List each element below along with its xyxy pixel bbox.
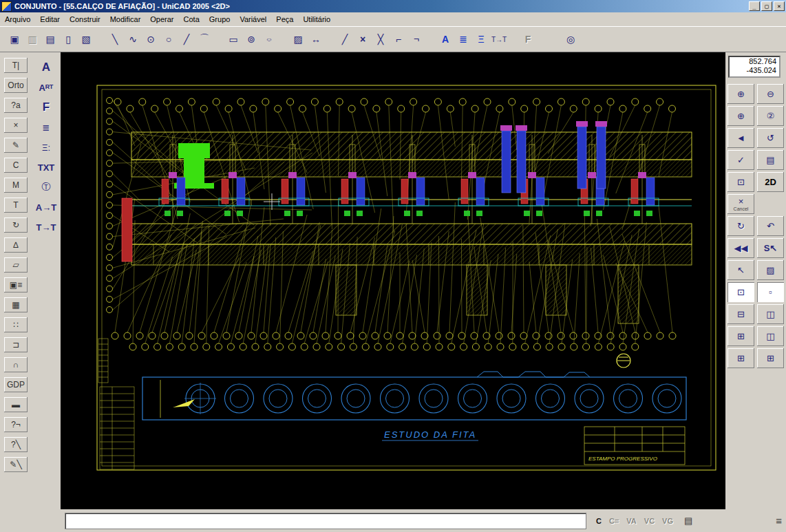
pattern-icon[interactable]: ▣≡: [4, 277, 28, 292]
command-input[interactable]: [65, 513, 586, 529]
sheet-list-icon[interactable]: ▤: [757, 150, 784, 170]
text-cursor-icon[interactable]: T|: [4, 58, 28, 73]
trim-icon[interactable]: ╳: [372, 30, 390, 48]
pen-line-icon[interactable]: ✎╲: [4, 457, 28, 472]
arc-tool-icon[interactable]: ∩: [4, 357, 28, 372]
maximize-button[interactable]: ▢: [761, 1, 772, 11]
list-style-icon[interactable]: Ξ:: [36, 139, 56, 156]
query-corner-icon[interactable]: ?¬: [4, 417, 28, 432]
menu-editar[interactable]: Editar: [35, 13, 65, 25]
drawing-canvas[interactable]: ESTUDO DA FITA ESTAMPO PROGRESSIVO: [61, 52, 725, 509]
open-icon[interactable]: ▤: [41, 30, 59, 48]
grid-array-icon[interactable]: ▦: [4, 297, 28, 312]
menu-utilitario[interactable]: Utilitário: [298, 13, 335, 25]
zoom-scale-icon[interactable]: ②: [757, 106, 784, 126]
font-tool-icon[interactable]: F: [519, 30, 537, 48]
order-icon[interactable]: ⊐: [4, 337, 28, 352]
translate-icon[interactable]: T: [4, 198, 28, 213]
viewport-grid-icon[interactable]: ⊞: [727, 348, 754, 368]
zoom-out-icon[interactable]: ⊖: [757, 84, 784, 104]
menu-peca[interactable]: Peça: [271, 13, 298, 25]
geo-to-text-icon[interactable]: T→T: [36, 219, 56, 235]
orto-button[interactable]: Orto: [4, 78, 28, 93]
sheet-status-icon[interactable]: ▤: [684, 515, 692, 526]
gdp-icon[interactable]: GDP: [4, 377, 28, 392]
zoom-in-icon[interactable]: ⊕: [727, 106, 754, 126]
s-select-icon[interactable]: S↖: [757, 238, 784, 258]
save-icon[interactable]: ▥: [23, 30, 41, 48]
query-text-icon[interactable]: ?a: [4, 98, 28, 113]
mode-2d-button[interactable]: 2D: [757, 172, 784, 192]
circle-icon[interactable]: ○: [160, 30, 178, 48]
delete-icon[interactable]: ×: [4, 118, 28, 133]
menu-arquivo[interactable]: Arquivo: [0, 13, 35, 25]
offset-icon[interactable]: ▱: [4, 257, 28, 273]
viewport-right-icon[interactable]: ◫: [757, 326, 784, 346]
viewport-split-v-icon[interactable]: ◫: [757, 304, 784, 324]
hatch-edit-icon[interactable]: ▨: [757, 260, 784, 280]
txt-circle-icon[interactable]: ◎: [562, 30, 580, 48]
move-icon[interactable]: M: [4, 178, 28, 193]
menu-construir[interactable]: Construir: [65, 13, 105, 25]
copy-icon[interactable]: C: [4, 158, 28, 173]
menu-operar[interactable]: Operar: [145, 13, 178, 25]
status-vc-button[interactable]: VC: [643, 517, 656, 525]
viewport-quad-icon[interactable]: ⊞: [727, 326, 754, 346]
list-lines-icon[interactable]: ≣: [454, 30, 472, 48]
erase-icon[interactable]: ×: [354, 30, 372, 48]
close-button[interactable]: ×: [774, 1, 785, 11]
rotate-icon[interactable]: ↻: [4, 217, 28, 233]
point-on-circle-icon[interactable]: ⊚: [242, 30, 260, 48]
arc-icon[interactable]: ⌒: [195, 30, 213, 48]
menu-modificar[interactable]: Modificar: [105, 13, 146, 25]
preview-screen-icon[interactable]: ⊡: [727, 282, 754, 302]
hatch-icon[interactable]: ▨: [289, 30, 307, 48]
cursor-icon[interactable]: ↖: [727, 260, 754, 280]
zoom-previous-icon[interactable]: ◄: [727, 128, 754, 148]
text-icon[interactable]: A: [436, 30, 454, 48]
status-vg-button[interactable]: VG: [661, 517, 675, 525]
sketch-icon[interactable]: ✎: [4, 138, 28, 153]
txt-round-icon[interactable]: Ⓣ: [36, 179, 56, 195]
print-icon[interactable]: ▧: [77, 30, 95, 48]
cancel-button[interactable]: × Cancel: [727, 194, 754, 214]
minimize-button[interactable]: _: [749, 1, 760, 11]
circle-center-icon[interactable]: ⊙: [142, 30, 160, 48]
mirror-icon[interactable]: ∆: [4, 237, 28, 253]
break-icon[interactable]: ╱: [336, 30, 354, 48]
new-doc-icon[interactable]: ▯: [59, 30, 77, 48]
menu-variavel[interactable]: Variável: [235, 13, 271, 25]
chamfer-icon[interactable]: ¬: [407, 30, 425, 48]
dimension-icon[interactable]: ↔: [307, 30, 325, 48]
zoom-all-icon[interactable]: ✓: [727, 150, 754, 170]
font-icon[interactable]: F: [36, 99, 56, 116]
text-to-geo-icon[interactable]: A→T: [36, 199, 56, 215]
text-tool-icon[interactable]: A: [36, 59, 56, 76]
status-va-button[interactable]: VA: [625, 517, 637, 525]
text-rt-icon[interactable]: Aᴿᵀ: [36, 79, 56, 96]
menu-cota[interactable]: Cota: [179, 13, 204, 25]
zoom-redo-icon[interactable]: ↺: [757, 128, 784, 148]
status-c-button[interactable]: C: [595, 517, 603, 525]
paragraph-icon[interactable]: ≣: [36, 119, 56, 136]
screen-icon[interactable]: ⊡: [727, 172, 754, 192]
viewport-left-icon[interactable]: ⊞: [757, 348, 784, 368]
line-icon[interactable]: ╲: [106, 30, 124, 48]
query-line-icon[interactable]: ?╲: [4, 437, 28, 452]
paste-new-icon[interactable]: ▣: [6, 30, 23, 48]
undo-icon[interactable]: ↶: [757, 216, 784, 236]
step-back-icon[interactable]: ◀◀: [727, 238, 754, 258]
circular-array-icon[interactable]: ∷: [4, 317, 28, 332]
construction-line-icon[interactable]: ╱: [178, 30, 195, 48]
txt-label-icon[interactable]: TXT: [36, 159, 56, 175]
menu-grupo[interactable]: Grupo: [204, 13, 235, 25]
rectangle-icon[interactable]: ▭: [224, 30, 242, 48]
zoom-window-icon[interactable]: ⊕: [727, 84, 754, 104]
fillet-icon[interactable]: ⌐: [390, 30, 407, 48]
bolt-icon[interactable]: ▬: [4, 397, 28, 412]
viewport-split-h-icon[interactable]: ⊟: [727, 304, 754, 324]
status-ceq-button[interactable]: C=: [608, 517, 620, 525]
menu-lines-icon[interactable]: ≡: [776, 515, 782, 526]
polyline-icon[interactable]: ∿: [124, 30, 142, 48]
ellipse-icon[interactable]: ○: [260, 34, 278, 44]
